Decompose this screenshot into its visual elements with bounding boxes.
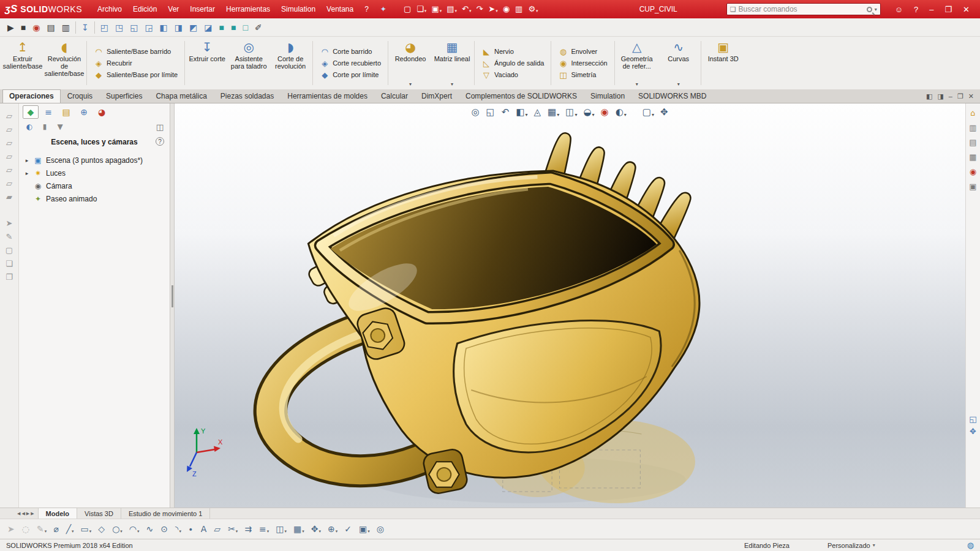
sketch-fillet-icon[interactable]: ◝ ▾ (175, 524, 181, 534)
smart-dimension-icon[interactable]: ⌀ (53, 524, 59, 534)
saliente-base-por-limite-button[interactable]: ◆ Saliente/Base por límite (94, 70, 178, 80)
select-cursor-icon[interactable]: ➤ (6, 219, 13, 227)
undo-icon[interactable]: ↶ ▾ (459, 4, 473, 15)
view-front-icon[interactable]: ◰ (99, 22, 110, 33)
configurationmanager-tab[interactable]: ⊕ (76, 105, 92, 119)
saliente-base-barrido-button[interactable]: ◠ Saliente/Base barrido (94, 47, 178, 56)
plane-icon[interactable]: ▱ (214, 524, 221, 534)
menu-item[interactable]: ? (359, 2, 374, 17)
rebuild-traffic-light-icon[interactable]: ◉ (500, 4, 513, 15)
help-icon[interactable]: ? (908, 3, 924, 16)
apply-scene-icon[interactable]: ◐ ▾ (616, 107, 627, 118)
zoom-to-area-icon[interactable]: ◱ (486, 107, 496, 118)
shaded-icon[interactable]: ■ (230, 22, 237, 33)
view-right-icon[interactable]: ◲ (143, 22, 154, 33)
menu-item[interactable]: Insertar (184, 2, 221, 17)
edit-appearance-icon[interactable]: ◉ (601, 107, 609, 118)
simetria-button[interactable]: ◫ Simetría (558, 70, 607, 80)
line-icon[interactable]: ╱ ▾ (66, 524, 74, 534)
angulo-de-salida-button[interactable]: ◺ Ángulo de salida (481, 59, 544, 68)
minimize-panel-icon[interactable]: – (949, 92, 952, 100)
circle-icon[interactable]: ○ ▾ (112, 524, 123, 534)
copy-icon[interactable]: ❏ (6, 260, 13, 268)
tab-croquis[interactable]: Croquis (61, 89, 99, 103)
polygon-icon[interactable]: ◇ (98, 524, 105, 534)
lights-cameras-view-icon[interactable]: ▼ (53, 121, 67, 132)
mirror-entities-icon[interactable]: ◫ ▾ (276, 524, 287, 534)
separator[interactable] (75, 21, 76, 34)
play-icon[interactable]: ▶ (6, 22, 15, 33)
flyout-feature-icon[interactable]: ▱ (6, 179, 12, 187)
flyout-feature-icon[interactable]: ▱ (6, 139, 12, 147)
search-dropdown-icon[interactable]: ▾ (875, 7, 877, 12)
display-pane-toggle-icon[interactable]: ◫ (156, 122, 166, 132)
tree-item-luces[interactable]: ▸ ✷ Luces (24, 169, 165, 178)
envolver-button[interactable]: ◍ Envolver (558, 47, 607, 56)
fullscreen-icon[interactable]: ✥ (970, 427, 976, 436)
dimxpertmanager-tab[interactable]: ◕ (94, 105, 110, 119)
graphics-area[interactable]: ◎ ◱ ↶ ◧ ▾ ◬ ▦ ▾ ◫ (175, 103, 965, 508)
separator[interactable] (94, 21, 95, 34)
expand-arrow-icon[interactable]: ▸ (24, 157, 30, 163)
view-isometric-icon[interactable]: ◩ (188, 22, 198, 33)
view-back-icon[interactable]: ◳ (114, 22, 124, 33)
decals-view-icon[interactable]: ▮ (38, 121, 51, 132)
instant-3d-button[interactable]: ▣ Instant 3D (703, 39, 744, 88)
ellipse-icon[interactable]: ⊙ (160, 524, 168, 534)
close-panel-icon[interactable]: ✕ (968, 92, 974, 100)
flyout-feature-icon[interactable]: ▱ (6, 152, 12, 160)
extruir-corte-button[interactable]: ↧ Extruir corte (187, 39, 227, 88)
redondeo-button[interactable]: ◕ Redondeo ▾ (390, 39, 431, 88)
tree-item-camara[interactable]: ◉ Cámara (24, 182, 165, 190)
menu-item[interactable]: Edición (127, 2, 162, 17)
pan-icon[interactable]: ✥ (660, 107, 669, 118)
tab-piezas-soldadas[interactable]: Piezas soldadas (214, 89, 281, 103)
tree-item-paseo-animado[interactable]: ✦ Paseo animado (24, 195, 165, 203)
user-account-icon[interactable]: ☺ (889, 3, 908, 16)
propertymanager-tab[interactable]: ▤ (58, 105, 74, 119)
scroll-last-icon[interactable]: ▶ (31, 511, 34, 516)
annotate-icon[interactable]: ✎ (6, 233, 13, 241)
convert-entities-icon[interactable]: ⇉ (244, 524, 252, 534)
nervio-button[interactable]: ◣ Nervio (481, 47, 544, 56)
vaciado-button[interactable]: ▽ Vaciado (481, 70, 544, 80)
search-input[interactable] (739, 5, 864, 13)
tab-superficies[interactable]: Superficies (99, 89, 149, 103)
view-orientation-icon[interactable]: ▦ ▾ (548, 107, 559, 118)
tab-modelo[interactable]: Modelo (38, 508, 78, 519)
revolucion-saliente-base-button[interactable]: ◖ Revolución de saliente/base (44, 39, 85, 88)
displaymanager-tab[interactable]: ◆ (23, 105, 39, 119)
view-bottom-icon[interactable]: ◨ (173, 22, 184, 33)
flyout-feature-icon[interactable]: ▰ (6, 193, 12, 201)
pin-icon[interactable]: ✦ (380, 5, 386, 13)
previous-view-icon[interactable]: ↶ (502, 107, 510, 118)
featuremanager-tab[interactable]: ≡ (40, 105, 56, 119)
wireframe-icon[interactable]: □ (241, 22, 249, 33)
tab-complementos-de-solidworks[interactable]: Complementos de SOLIDWORKS (459, 89, 584, 103)
tab-solidworks-mbd[interactable]: SOLIDWORKS MBD (631, 89, 713, 103)
restore-viewport-icon[interactable]: ◱ (969, 414, 976, 424)
display-delete-relations-icon[interactable]: ⊕ ▾ (328, 524, 337, 534)
restore-window-icon[interactable]: ❐ (939, 3, 957, 16)
move-entities-icon[interactable]: ✥ ▾ (311, 524, 321, 534)
trim-entities-icon[interactable]: ✂ ▾ (228, 524, 238, 534)
file-explorer-icon[interactable]: ▤ (969, 138, 976, 147)
tab-herramientas-de-moldes[interactable]: Herramientas de moldes (281, 89, 374, 103)
curvas-button[interactable]: ∿ Curvas ▾ (658, 39, 699, 88)
rapid-sketch-icon[interactable]: ◎ (377, 524, 385, 534)
view-top-icon[interactable]: ◧ (159, 22, 169, 33)
shaded-with-edges-icon[interactable]: ■ (218, 22, 225, 33)
display-style-icon[interactable]: ◫ ▾ (565, 107, 577, 118)
menu-item[interactable]: Herramientas (221, 2, 276, 17)
custom-status[interactable]: Personalizado ▾ (827, 542, 875, 549)
tab-estudio-de-movimiento[interactable]: Estudio de movimiento 1 (121, 508, 210, 519)
select-tool-icon[interactable]: ➤ (7, 524, 15, 534)
capture-icon[interactable]: ▥ (61, 22, 71, 33)
corte-por-limite-button[interactable]: ◆ Corte por límite (320, 70, 381, 80)
stop-icon[interactable]: ■ (20, 22, 27, 33)
view-palette-icon[interactable]: ▦ (969, 152, 976, 162)
pause-record-icon[interactable]: ◉ (31, 22, 41, 33)
asistente-para-taladro-button[interactable]: ◎ Asistente para taladro (228, 39, 269, 88)
offset-entities-icon[interactable]: ≡ ▾ (259, 524, 269, 534)
search-icon[interactable] (867, 7, 872, 12)
